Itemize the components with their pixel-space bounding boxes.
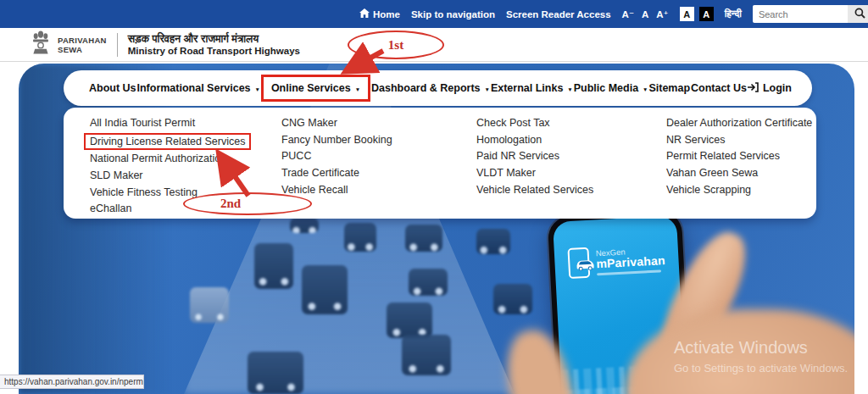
- contrast-dark-button[interactable]: A: [699, 7, 714, 21]
- login-icon: [748, 82, 759, 95]
- dropdown-column-1: All India Tourist Permit Driving License…: [90, 115, 251, 218]
- font-increase-button[interactable]: A⁺: [656, 8, 668, 20]
- nav-dashboard-reports[interactable]: Dashboard & Reports ▼: [371, 82, 490, 94]
- vehicle-silhouette: [405, 225, 442, 252]
- dropdown-item[interactable]: Dealer Authorization Certificate: [666, 115, 812, 132]
- vehicle-silhouette: [254, 243, 293, 289]
- dropdown-item[interactable]: Vahan Green Sewa: [666, 165, 812, 182]
- nav-external-links[interactable]: External Links ▼: [491, 82, 573, 94]
- vehicle-silhouette: [302, 265, 348, 314]
- vehicle-silhouette: [402, 335, 451, 375]
- nav-login[interactable]: Login: [748, 82, 792, 95]
- vehicle-silhouette: [290, 218, 319, 233]
- ministry-title-english: Ministry of Road Transport Highways: [128, 45, 300, 57]
- browser-status-url: https://vahan.parivahan.gov.in/npermit/: [0, 375, 144, 389]
- site-header: PARIVAHAN SEWA सड़क परिवहन और राजमार्ग म…: [0, 28, 868, 62]
- ministry-title: सड़क परिवहन और राजमार्ग मंत्रालय Ministr…: [128, 33, 300, 57]
- vehicle-silhouette: [248, 352, 303, 394]
- vehicle-silhouette: [493, 284, 532, 314]
- dropdown-item[interactable]: Check Post Tax: [476, 115, 593, 132]
- dropdown-item[interactable]: Fancy Number Booking: [281, 132, 392, 149]
- header-divider: [117, 33, 118, 57]
- dropdown-item[interactable]: Trade Certificate: [281, 165, 392, 182]
- nav-informational-services[interactable]: Informational Services ▼: [136, 82, 260, 94]
- skip-to-navigation-link[interactable]: Skip to navigation: [411, 9, 495, 19]
- dropdown-item-driving-license-related-services[interactable]: Driving License Related Services: [84, 133, 251, 151]
- font-default-button[interactable]: A: [642, 8, 648, 20]
- mparivahan-car-icon: [567, 247, 590, 279]
- national-emblem-icon: [31, 31, 51, 59]
- dropdown-item[interactable]: PUCC: [281, 148, 392, 165]
- dropdown-column-2: CNG Maker Fancy Number Booking PUCC Trad…: [281, 115, 392, 199]
- dropdown-item[interactable]: CNG Maker: [281, 115, 392, 132]
- chevron-down-icon: ▼: [485, 86, 490, 92]
- dropdown-item[interactable]: Vehicle Fitness Testing: [90, 185, 251, 202]
- dropdown-item[interactable]: Vehicle Recall: [281, 182, 392, 199]
- dropdown-item[interactable]: Vehicle Scrapping: [666, 182, 812, 199]
- nav-sitemap[interactable]: Sitemap: [648, 82, 690, 94]
- vehicle-silhouette: [476, 229, 510, 254]
- dropdown-item[interactable]: NR Services: [666, 132, 812, 149]
- search-icon: [854, 8, 865, 21]
- mparivahan-logo: NexGen mParivahan: [567, 243, 665, 279]
- nav-about-us[interactable]: About Us: [89, 82, 136, 94]
- nav-public-media[interactable]: Public Media ▼: [574, 82, 648, 94]
- vehicle-silhouette: [387, 302, 432, 338]
- nav-online-services[interactable]: Online Services ▼: [261, 75, 370, 102]
- brand-line2: SEWA: [58, 45, 107, 54]
- page: Home Skip to navigation Screen Reader Ac…: [0, 0, 868, 394]
- font-decrease-button[interactable]: A⁻: [622, 8, 634, 20]
- app-tagline-placeholder: [597, 269, 661, 275]
- main-navigation: About Us Informational Services ▼ Online…: [64, 70, 812, 106]
- vehicle-silhouette: [409, 269, 448, 296]
- search-input[interactable]: [753, 5, 848, 23]
- dropdown-item[interactable]: Paid NR Services: [476, 148, 593, 165]
- nav-contact-us[interactable]: Contact Us: [691, 82, 747, 94]
- online-services-dropdown: All India Tourist Permit Driving License…: [64, 108, 816, 219]
- app-name-line2: mParivahan: [596, 254, 665, 270]
- dropdown-item[interactable]: VLDT Maker: [476, 165, 593, 182]
- chevron-down-icon: ▼: [255, 86, 260, 92]
- home-link[interactable]: Home: [359, 8, 400, 20]
- brand-line1: PARIVAHAN: [58, 36, 107, 45]
- screen-reader-access-link[interactable]: Screen Reader Access: [506, 9, 611, 19]
- dropdown-item[interactable]: National Permit Authorization: [90, 151, 251, 168]
- chevron-down-icon: ▼: [643, 86, 648, 92]
- vehicle-silhouette: [190, 287, 229, 323]
- dropdown-item[interactable]: Vehicle Related Services: [476, 182, 593, 199]
- brand-name: PARIVAHAN SEWA: [58, 36, 107, 54]
- dropdown-column-3: Check Post Tax Homologation Paid NR Serv…: [476, 115, 593, 199]
- home-icon: [359, 8, 370, 20]
- dropdown-item[interactable]: SLD Maker: [90, 168, 251, 185]
- home-label: Home: [373, 9, 400, 19]
- status-url-text: https://vahan.parivahan.gov.in/npermit/: [4, 377, 144, 386]
- dropdown-item[interactable]: Homologation: [476, 132, 593, 149]
- dropdown-item[interactable]: eChallan: [90, 201, 251, 218]
- ministry-title-hindi: सड़क परिवहन और राजमार्ग मंत्रालय: [128, 33, 300, 45]
- top-utility-bar: Home Skip to navigation Screen Reader Ac…: [0, 0, 868, 28]
- contrast-normal-button[interactable]: A: [680, 7, 694, 21]
- chevron-down-icon: ▼: [355, 86, 360, 92]
- vehicle-silhouette: [344, 223, 376, 252]
- dropdown-column-4: Dealer Authorization Certificate NR Serv…: [666, 115, 812, 199]
- dropdown-item[interactable]: All India Tourist Permit: [90, 115, 251, 132]
- chevron-down-icon: ▼: [567, 86, 572, 92]
- search-button[interactable]: [848, 5, 868, 23]
- language-toggle-hindi[interactable]: हिन्दी: [725, 8, 742, 19]
- dropdown-item[interactable]: Permit Related Services: [666, 148, 812, 165]
